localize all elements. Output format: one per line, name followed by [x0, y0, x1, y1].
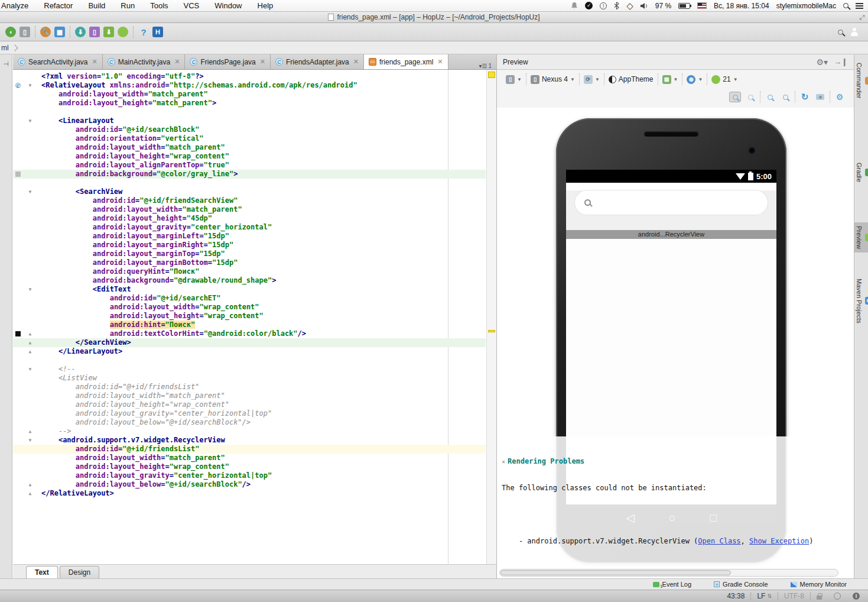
- code-line[interactable]: android:layout_height="wrap_content": [13, 400, 486, 409]
- code-line[interactable]: android:layout_height="wrap_content": [13, 312, 486, 321]
- wifi-diamond-icon[interactable]: ◇: [626, 2, 633, 9]
- help-icon[interactable]: ?: [138, 27, 149, 37]
- code-line[interactable]: android:layout_height="wrap_content": [13, 462, 486, 471]
- code-line[interactable]: android:id="@+id/friendsList": [13, 445, 486, 454]
- tab-close-icon[interactable]: ✕: [353, 58, 359, 66]
- menu-vcs[interactable]: VCS: [184, 1, 200, 10]
- code-line[interactable]: android:layout_width="match_parent": [13, 90, 486, 99]
- code-line[interactable]: ▼<EditText: [13, 285, 486, 294]
- user-profile-icon[interactable]: [850, 28, 859, 36]
- code-line[interactable]: android:layout_width="match_parent": [13, 391, 486, 400]
- code-line[interactable]: ▲</LinearLayout>: [13, 347, 486, 356]
- fold-open-icon[interactable]: ▼: [26, 116, 34, 125]
- side-tab-preview[interactable]: Preview: [854, 222, 868, 253]
- caret-position[interactable]: 43:38: [721, 592, 750, 600]
- code-line[interactable]: [13, 356, 486, 365]
- warning-stripe-mark[interactable]: [488, 72, 495, 78]
- code-line[interactable]: c▼<RelativeLayout xmlns:android="http://…: [13, 81, 486, 90]
- shield-check-icon[interactable]: ✓: [585, 2, 593, 9]
- code-line[interactable]: ▼<!--: [13, 365, 486, 374]
- fold-open-icon[interactable]: ▼: [26, 365, 34, 374]
- hopuz-project-icon[interactable]: H: [152, 27, 163, 37]
- device-dropdown[interactable]: ▯Nexus 4▼: [526, 75, 579, 84]
- code-line[interactable]: android:layout_gravity="center_horizonta…: [13, 409, 486, 418]
- avd-manager-icon[interactable]: ◖: [5, 27, 16, 37]
- code-line[interactable]: android:layout_marginTop="15dp": [13, 250, 486, 258]
- code-line[interactable]: android:queryHint="Поиск": [13, 267, 486, 276]
- side-tab-gradle[interactable]: Gradle: [854, 159, 868, 186]
- zoom-to-fit-button[interactable]: [729, 92, 741, 102]
- bluetooth-icon[interactable]: [614, 2, 619, 9]
- theme-dropdown[interactable]: AppTheme: [604, 75, 658, 83]
- menu-window[interactable]: Window: [214, 1, 242, 10]
- code-line[interactable]: android:layout_gravity="center_horizonta…: [13, 223, 486, 232]
- editor-mode-tab-text[interactable]: Text: [26, 566, 58, 578]
- fold-open-icon[interactable]: ▼: [26, 187, 34, 196]
- code-line[interactable]: ▲</RelativeLayout>: [13, 489, 486, 498]
- spotlight-search-icon[interactable]: [843, 3, 849, 8]
- code-line[interactable]: android:layout_below="@+id/searchBlock"/…: [13, 418, 486, 427]
- menu-datetime[interactable]: Вс, 18 янв. 15:04: [714, 2, 769, 10]
- preview-dock-icon[interactable]: →❙: [834, 57, 848, 67]
- tab-close-icon[interactable]: ✕: [437, 58, 443, 66]
- zoom-out-button[interactable]: [779, 92, 791, 102]
- code-editor[interactable]: <?xml version="1.0" encoding="utf-8"?>c▼…: [13, 70, 496, 564]
- machine-name[interactable]: stylemixmobileMac: [776, 2, 836, 10]
- fold-end-icon[interactable]: ▲: [26, 329, 34, 338]
- volume-icon[interactable]: [641, 2, 648, 9]
- virtual-device-icon[interactable]: ▯: [89, 27, 100, 37]
- code-line[interactable]: <ListView: [13, 374, 486, 383]
- code-line[interactable]: android:layout_width="match_parent": [13, 454, 486, 462]
- menu-analyze[interactable]: Analyze: [1, 1, 28, 10]
- zoom-actual-size-button[interactable]: [745, 92, 756, 102]
- window-title-bar[interactable]: friends_page.xml – [app] – HopUz – [~/An…: [0, 12, 868, 23]
- close-icon[interactable]: ✕: [502, 458, 505, 465]
- line-ending-selector[interactable]: LF⇅: [751, 592, 778, 600]
- code-line[interactable]: ▲-->: [13, 427, 486, 436]
- code-line[interactable]: android:layout_height="match_parent">: [13, 99, 486, 108]
- show-exception-link[interactable]: Show Exception: [749, 537, 809, 545]
- code-line[interactable]: [13, 179, 486, 187]
- sdk-wrench-icon[interactable]: 🔧: [40, 27, 51, 37]
- code-line[interactable]: <?xml version="1.0" encoding="utf-8"?>: [13, 72, 486, 81]
- preview-canvas[interactable]: 5:00 android...RecyclerView ◁ ○ □: [497, 108, 854, 578]
- code-line[interactable]: ▲android:textColorHint="@android:color/b…: [13, 329, 486, 338]
- hector-inspections-icon[interactable]: [828, 593, 847, 600]
- screenshot-button[interactable]: [814, 92, 826, 102]
- code-line[interactable]: android:id="@+id/searchET": [13, 294, 486, 303]
- battery-icon[interactable]: [678, 3, 690, 9]
- ide-search-icon[interactable]: [838, 30, 843, 35]
- tab-close-icon[interactable]: ✕: [260, 58, 265, 66]
- code-line[interactable]: android:layout_height="45dp": [13, 214, 486, 223]
- fold-open-icon[interactable]: ▼: [26, 285, 34, 294]
- preview-horizontal-scrollbar[interactable]: [499, 569, 838, 577]
- code-line[interactable]: android:layout_gravity="center_horizonta…: [13, 471, 486, 480]
- fold-end-icon[interactable]: ▲: [26, 427, 34, 436]
- code-line[interactable]: android:layout_alignParentTop="true": [13, 161, 486, 170]
- menu-build[interactable]: Build: [88, 1, 105, 10]
- toolwindow-button-memory-monitor[interactable]: Memory Monitor: [791, 581, 847, 588]
- refresh-preview-button[interactable]: ↻: [799, 92, 811, 102]
- scrollbar-thumb[interactable]: [500, 570, 731, 575]
- code-line[interactable]: android:id="@+id/friendsList": [13, 383, 486, 391]
- device-monitor-icon[interactable]: ▯: [19, 27, 30, 37]
- fold-end-icon[interactable]: ▲: [26, 480, 34, 489]
- code-line[interactable]: android:id="@+id/searchBlock": [13, 125, 486, 134]
- fullscreen-expand-icon[interactable]: ⤢: [859, 14, 864, 21]
- api-version-dropdown[interactable]: 21▼: [707, 75, 742, 84]
- zoom-in-button[interactable]: [764, 92, 776, 102]
- code-line[interactable]: android:orientation="vertical": [13, 134, 486, 143]
- breadcrumb-item[interactable]: ml: [1, 44, 9, 52]
- gradle-sync-icon[interactable]: ⬇: [75, 27, 86, 37]
- notification-center-icon[interactable]: [856, 3, 863, 4]
- code-line[interactable]: android:layout_height="wrap_content": [13, 152, 486, 161]
- orientation-dropdown[interactable]: ⟳▼: [580, 75, 604, 84]
- code-line[interactable]: android:background="@drawable/round_shap…: [13, 276, 486, 285]
- code-line[interactable]: ▲</SearchView>: [13, 338, 486, 347]
- editor-mode-tab-design[interactable]: Design: [60, 566, 99, 578]
- notification-bell-icon[interactable]: [571, 2, 578, 9]
- encoding-indicator[interactable]: UTF-8: [778, 592, 810, 600]
- error-stripe-scrollbar[interactable]: [486, 70, 496, 564]
- open-class-link[interactable]: Open Class: [698, 537, 740, 545]
- toolwindow-button-event-log[interactable]: Event Log: [653, 581, 692, 588]
